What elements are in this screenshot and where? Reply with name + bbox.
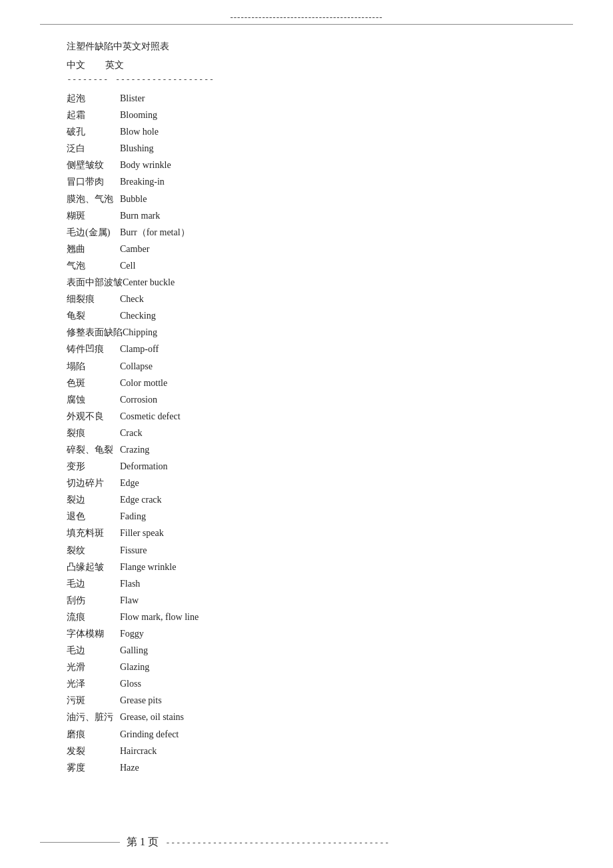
divider-row: -------- ------------------- [67,74,546,84]
chinese-term: 破孔 [67,124,120,139]
english-term: Grease pits [120,693,162,708]
chinese-term: 塌陷 [67,359,120,374]
english-term: Fading [120,509,146,524]
chinese-term: 流痕 [67,609,120,625]
chinese-term: 裂边 [67,492,120,507]
english-term: Body wrinkle [120,157,171,173]
english-term: Center buckle [123,275,175,290]
chinese-term: 刮伤 [67,593,120,608]
english-term: Blow hole [120,124,159,139]
chinese-term: 切边碎片 [67,475,120,491]
divider-en: ------------------- [115,74,215,84]
list-item: 磨痕Grinding defect [67,727,546,742]
english-term: Crazing [120,442,149,457]
list-item: 雾度Haze [67,760,546,775]
english-term: Haircrack [120,743,157,759]
english-term: Flaw [120,593,139,608]
chinese-term: 侧壁皱纹 [67,157,120,173]
chinese-term: 色斑 [67,375,120,391]
english-term: Galling [120,643,148,658]
content-area: 注塑件缺陷中英文对照表 中文 英文 -------- -------------… [0,25,613,803]
list-item: 流痕Flow mark, flow line [67,609,546,625]
chinese-term: 膜泡、气泡 [67,191,120,207]
english-term: Flash [120,576,140,591]
english-term: Breaking-in [120,174,165,189]
list-item: 修整表面缺陷Chipping [67,325,546,340]
list-item: 色斑Color mottle [67,375,546,391]
list-item: 翘曲Camber [67,241,546,257]
list-item: 破孔Blow hole [67,124,546,139]
list-item: 龟裂Checking [67,308,546,323]
english-term: Gloss [120,676,141,691]
list-item: 冒口带肉Breaking-in [67,174,546,189]
english-term: Blushing [120,141,154,156]
english-term: Filler speak [120,525,164,541]
list-item: 毛边(金属)Burr（for metal） [67,225,546,240]
chinese-term: 碎裂、龟裂 [67,442,120,457]
english-term: Clamp-off [120,341,159,357]
chinese-term: 表面中部波皱 [67,275,123,290]
list-item: 膜泡、气泡Bubble [67,191,546,207]
english-term: Collapse [120,359,153,374]
chinese-term: 雾度 [67,760,120,775]
list-item: 填充料斑Filler speak [67,525,546,541]
list-item: 凸缘起皱Flange wrinkle [67,559,546,575]
english-term: Corrosion [120,392,157,407]
english-term: Flange wrinkle [120,559,176,575]
list-item: 侧壁皱纹Body wrinkle [67,157,546,173]
list-item: 油污、脏污Grease, oil stains [67,709,546,725]
list-item: 表面中部波皱Center buckle [67,275,546,290]
chinese-term: 裂纹 [67,543,120,558]
chinese-term: 冒口带肉 [67,174,120,189]
list-item: 裂纹Fissure [67,543,546,558]
chinese-term: 铸件凹痕 [67,341,120,357]
list-item: 起泡Blister [67,91,546,106]
list-item: 细裂痕Check [67,291,546,307]
chinese-term: 裂痕 [67,425,120,441]
english-term: Grease, oil stains [120,709,184,725]
chinese-term: 毛边 [67,576,120,591]
english-term: Blister [120,91,145,106]
chinese-term: 糊斑 [67,208,120,223]
footer-line-left [40,842,120,843]
list-item: 裂痕Crack [67,425,546,441]
list-item: 切边碎片Edge [67,475,546,491]
chinese-term: 磨痕 [67,727,120,742]
chinese-term: 毛边 [67,643,120,658]
list-item: 腐蚀Corrosion [67,392,546,407]
english-term: Deformation [120,459,168,474]
english-term: Crack [120,425,142,441]
chinese-term: 发裂 [67,743,120,759]
list-item: 字体模糊Foggy [67,626,546,641]
footer-page-text: 第 1 页 [120,835,165,849]
chinese-term: 油污、脏污 [67,709,120,725]
top-solid-line [40,24,573,25]
english-term: Bubble [120,191,147,207]
list-item: 发裂Haircrack [67,743,546,759]
header-row: 中文 英文 [67,59,546,71]
english-term: Chipping [123,325,157,340]
english-term: Cosmetic defect [120,409,181,424]
list-item: 碎裂、龟裂Crazing [67,442,546,457]
chinese-term: 翘曲 [67,241,120,257]
english-term: Fissure [120,543,147,558]
english-term: Grinding defect [120,727,179,742]
top-dashes: ----------------------------------------… [40,12,573,23]
bottom-footer: 第 1 页 ----------------------------------… [0,835,613,849]
chinese-term: 细裂痕 [67,291,120,307]
list-item: 铸件凹痕Clamp-off [67,341,546,357]
list-item: 污斑Grease pits [67,693,546,708]
chinese-term: 毛边(金属) [67,225,120,240]
english-term: Edge [120,475,139,491]
english-term: Color mottle [120,375,167,391]
footer-dashes: ----------------------------------------… [165,837,573,847]
divider-cn: -------- [67,74,109,84]
list-item: 光滑Glazing [67,659,546,675]
chinese-term: 气泡 [67,258,120,273]
chinese-term: 修整表面缺陷 [67,325,123,340]
chinese-term: 龟裂 [67,308,120,323]
list-item: 起霜Blooming [67,107,546,123]
english-term: Haze [120,760,139,775]
chinese-term: 变形 [67,459,120,474]
list-item: 光泽Gloss [67,676,546,691]
